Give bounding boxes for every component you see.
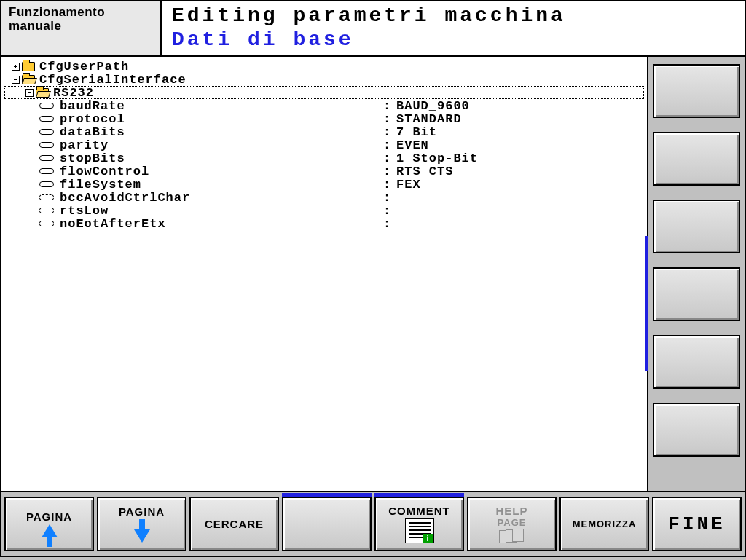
softkey-search[interactable]: CERCARE [189,497,279,551]
expand-icon[interactable] [12,63,20,71]
tree-node-label: CfgSerialInterface [39,73,186,87]
scrollbar-indicator[interactable] [645,236,648,371]
side-button-1[interactable] [653,64,740,118]
param-name: stopBits [60,151,125,165]
param-name: flowControl [60,165,149,178]
softkey-comment[interactable]: COMMENT [374,497,464,551]
param-icon [39,129,54,135]
param-separator: : [383,99,396,113]
param-value [396,204,644,218]
softkey-store[interactable]: MEMORIZZA [560,497,649,551]
softkey-page-up[interactable]: PAGINA [4,497,94,551]
param-icon [39,155,54,161]
vertical-softkeys [647,57,746,492]
param-row-protocol[interactable]: protocol:STANDARD [4,112,644,125]
param-value: FEX [396,178,644,192]
param-separator: : [383,125,396,139]
param-icon [39,181,54,187]
collapse-icon[interactable] [12,76,20,84]
softkey-label: MEMORIZZA [573,518,637,529]
param-separator: : [383,138,396,152]
page-title: Editing parametri macchina [172,4,734,27]
title-box: Editing parametri macchina Dati di base [162,1,745,55]
param-name: rtsLow [60,204,109,218]
tree-node-label: RS232 [53,86,94,100]
softkey-label: HELP [495,505,527,517]
folder-icon [36,88,49,98]
param-value: EVEN [396,138,644,152]
side-button-5[interactable] [653,335,740,389]
param-value [396,191,644,205]
param-row-bccAvoidCtrlChar[interactable]: bccAvoidCtrlChar: [4,191,644,204]
param-row-rtsLow[interactable]: rtsLow: [4,204,644,217]
param-separator: : [383,217,396,231]
param-row-stopBits[interactable]: stopBits:1 Stop-Bit [4,151,644,165]
folder-icon [22,75,35,84]
param-value: 7 Bit [396,125,644,139]
param-icon [39,194,54,200]
collapse-icon[interactable] [25,89,34,97]
param-icon [39,221,54,226]
softkey-fine[interactable]: FINE [652,497,742,551]
tree-node-CfgSerialInterface[interactable]: CfgSerialInterface [4,73,644,86]
param-separator: : [383,178,396,192]
param-name: fileSystem [60,178,141,192]
softkey-empty-highlight[interactable] [282,497,372,551]
param-value: RTS_CTS [396,165,644,178]
param-separator: : [383,204,396,218]
param-icon [39,103,54,109]
softkey-label: CERCARE [205,518,264,530]
tree-node-label: CfgUserPath [39,60,129,74]
folder-icon [22,62,35,71]
param-name: bccAvoidCtrlChar [60,191,190,205]
param-separator: : [383,191,396,205]
param-value [396,217,644,231]
param-value: STANDARD [396,112,644,126]
param-separator: : [383,112,396,126]
arrow-down-icon [134,529,150,543]
tree-node-CfgUserPath[interactable]: CfgUserPath [4,60,644,73]
arrow-up-icon [42,524,58,537]
param-value: 1 Stop-Bit [396,151,644,165]
mode-label: Funzionamentomanuale [1,1,162,55]
param-name: baudRate [60,99,125,113]
param-icon [39,116,54,122]
pages-icon [499,529,525,543]
param-row-baudRate[interactable]: baudRate:BAUD_9600 [4,99,644,112]
param-icon [39,208,54,213]
side-button-3[interactable] [653,200,740,253]
parameter-tree[interactable]: CfgUserPathCfgSerialInterfaceRS232baudRa… [0,57,647,492]
softkey-label: PAGINA [26,510,72,523]
softkey-help[interactable]: HELP PAGE [467,497,557,551]
param-icon [39,168,54,174]
side-button-2[interactable] [653,132,740,186]
softkey-bar: PAGINA PAGINA CERCARE COMMENT HELP PAGE … [0,492,746,557]
param-name: parity [60,138,109,152]
param-row-dataBits[interactable]: dataBits:7 Bit [4,125,644,138]
param-icon [39,142,54,148]
param-row-flowControl[interactable]: flowControl:RTS_CTS [4,165,644,178]
param-row-noEotAfterEtx[interactable]: noEotAfterEtx: [4,217,644,230]
softkey-label: FINE [668,513,725,535]
param-separator: : [383,165,396,178]
param-value: BAUD_9600 [396,99,644,113]
param-name: protocol [60,112,125,126]
param-separator: : [383,151,396,165]
param-row-parity[interactable]: parity:EVEN [4,138,644,151]
softkey-label: COMMENT [388,505,450,517]
softkey-page-down[interactable]: PAGINA [97,497,186,551]
tree-node-RS232[interactable]: RS232 [4,86,644,99]
comment-icon [405,518,434,543]
param-name: dataBits [60,125,125,139]
param-row-fileSystem[interactable]: fileSystem:FEX [4,178,644,191]
softkey-label-2: PAGE [498,517,527,528]
softkey-label: PAGINA [119,505,165,518]
param-name: noEotAfterEtx [60,217,166,231]
side-button-6[interactable] [653,403,740,457]
page-subtitle: Dati di base [172,28,734,51]
side-button-4[interactable] [653,267,740,321]
